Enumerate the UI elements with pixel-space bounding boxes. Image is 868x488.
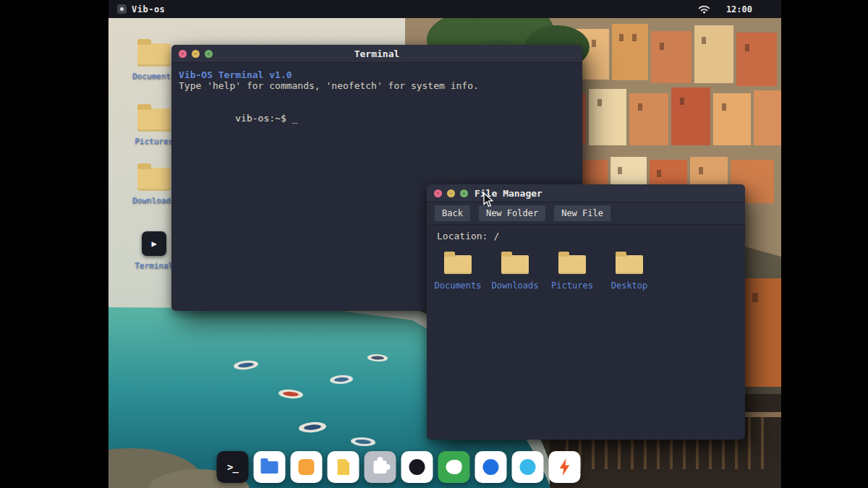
new-file-button[interactable]: New File: [554, 205, 610, 221]
folder-icon: [558, 255, 586, 274]
desktop-icon-label: Documents: [132, 72, 176, 81]
fm-folder-downloads[interactable]: Downloads: [490, 250, 540, 291]
dock-item-black-circle-app[interactable]: [401, 451, 433, 483]
terminal-icon: ▶: [142, 231, 166, 256]
file-manager-window: × − + File Manager Back New Folder New F…: [427, 184, 745, 440]
terminal-prompt-row[interactable]: vib-os:~$_: [179, 102, 575, 134]
dock: >_: [217, 451, 581, 483]
terminal-help-line: Type 'help' for commands, 'neofetch' for…: [179, 80, 575, 91]
lightning-bolt-icon: [558, 458, 571, 476]
location-bar: Location:/: [427, 225, 745, 243]
minimize-button[interactable]: −: [192, 50, 200, 58]
fm-folder-pictures[interactable]: Pictures: [547, 250, 597, 291]
yellow-document-icon: [337, 459, 349, 475]
folder-icon: [616, 255, 643, 274]
dock-item-terminal[interactable]: >_: [217, 451, 249, 483]
screen: Vib-os 12:00 Documents Pictures Download…: [0, 0, 868, 488]
desktop-icon-label: Terminal: [135, 261, 174, 270]
terminal-banner-line: Vib-OS Terminal v1.0: [179, 69, 575, 80]
dock-item-power[interactable]: [549, 451, 581, 483]
white-blob-icon: [446, 460, 462, 474]
dock-item-cyan-circle-app[interactable]: [512, 451, 544, 483]
cyan-circle-icon: [520, 459, 536, 475]
system-menu[interactable]: Vib-os: [132, 4, 165, 14]
file-manager-titlebar[interactable]: × − + File Manager: [427, 184, 745, 202]
blue-folder-icon: [261, 461, 278, 474]
dock-item-extensions[interactable]: [365, 451, 396, 483]
dock-item-text-editor[interactable]: [328, 451, 359, 483]
terminal-prompt-icon: >_: [227, 461, 238, 473]
location-path: /: [493, 231, 499, 241]
play-arrow-icon: ▶: [151, 239, 156, 249]
dock-item-green-app[interactable]: [438, 451, 470, 483]
close-button[interactable]: ×: [179, 50, 187, 58]
terminal-prompt: vib-os:~$: [235, 113, 286, 124]
folder-icon: [137, 43, 171, 67]
new-folder-button[interactable]: New Folder: [479, 205, 545, 221]
maximize-button[interactable]: +: [205, 50, 213, 58]
logo-dot: [120, 7, 124, 11]
window-controls: × − +: [179, 50, 213, 58]
back-button[interactable]: Back: [435, 205, 470, 221]
clock: 12:00: [726, 4, 752, 14]
desktop-icon-label: Downloads: [132, 196, 176, 205]
fm-folder-label: Downloads: [491, 281, 538, 291]
terminal-cursor: _: [292, 113, 298, 124]
system-logo-icon[interactable]: [117, 4, 127, 14]
dock-item-orange-app[interactable]: [291, 451, 323, 483]
location-label: Location:: [437, 231, 488, 241]
puzzle-piece-icon: [374, 461, 387, 474]
file-manager-toolbar: Back New Folder New File: [427, 202, 745, 225]
black-circle-icon: [409, 459, 425, 475]
fm-folder-desktop[interactable]: Desktop: [604, 250, 655, 291]
dock-item-blue-circle-app[interactable]: [475, 451, 507, 483]
file-manager-title: File Manager: [475, 188, 542, 199]
window-controls: × − +: [434, 189, 468, 197]
blue-circle-icon: [483, 459, 499, 475]
fm-folder-documents[interactable]: Documents: [433, 250, 483, 291]
folder-icon: [137, 108, 171, 132]
fm-folder-label: Pictures: [551, 281, 593, 291]
desktop: Vib-os 12:00 Documents Pictures Download…: [109, 0, 781, 488]
terminal-title: Terminal: [171, 48, 582, 59]
topbar: Vib-os 12:00: [109, 0, 781, 18]
terminal-titlebar[interactable]: × − + Terminal: [171, 45, 582, 63]
desktop-icon-label: Pictures: [135, 137, 174, 146]
folder-icon: [444, 255, 472, 274]
close-button[interactable]: ×: [434, 189, 442, 197]
fm-folder-label: Documents: [434, 281, 481, 291]
maximize-button[interactable]: +: [460, 189, 468, 197]
wifi-icon[interactable]: [698, 4, 710, 14]
dock-item-files[interactable]: [254, 451, 286, 483]
fm-folder-label: Desktop: [611, 281, 648, 291]
orange-rounded-square-icon: [299, 459, 315, 475]
minimize-button[interactable]: −: [447, 189, 455, 197]
folder-icon: [501, 255, 529, 274]
folder-icon: [137, 168, 171, 191]
file-grid: Documents Downloads Pictures Desktop: [427, 243, 745, 291]
